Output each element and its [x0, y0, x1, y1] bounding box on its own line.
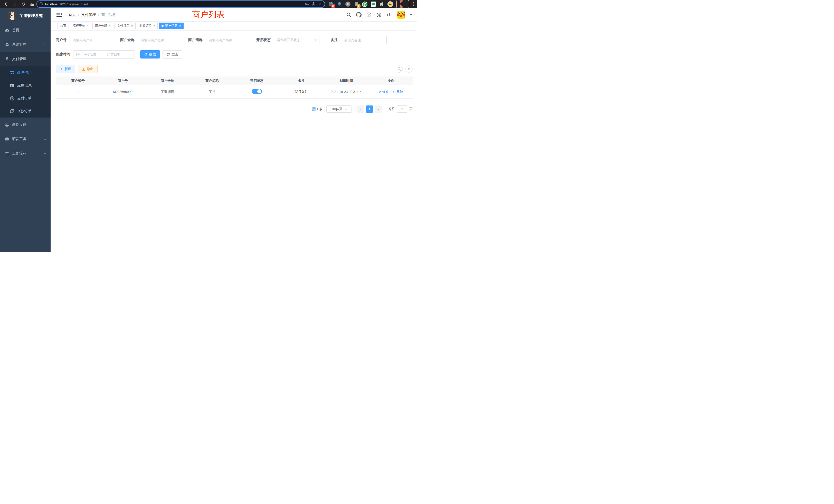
sidebar-item-dev-tools[interactable]: 研发工具	[0, 132, 50, 146]
payment-submenu: 商户信息 应用信息 支付订单 退款订单	[0, 66, 50, 117]
extension-tabs-icon[interactable]: 10	[328, 1, 334, 7]
status-select[interactable]: 请选择开启状态	[274, 36, 320, 44]
sidebar-item-label: 支付订单	[17, 96, 31, 100]
breadcrumb-home[interactable]: 首页	[69, 13, 76, 17]
gear-icon	[4, 43, 9, 47]
profile-emoji-icon[interactable]	[388, 1, 393, 7]
date-end-input[interactable]	[104, 53, 123, 56]
avatar-caret-icon[interactable]	[410, 14, 412, 16]
export-button[interactable]: 导出	[78, 65, 97, 73]
tab-merchant-info[interactable]: 商户信息×	[159, 23, 183, 29]
sidebar-item-payment[interactable]: ¥ 支付管理	[0, 52, 50, 66]
refresh-table-button[interactable]	[405, 65, 413, 73]
fullscreen-icon[interactable]	[376, 12, 381, 18]
sidebar-item-infra[interactable]: 基础设施	[0, 117, 50, 132]
browser-toolbar: ⓘ localhost:1024/pay/merchant ☆ 10 ⌘ 1 y	[0, 0, 417, 8]
close-icon[interactable]: ×	[153, 24, 155, 27]
date-start-input[interactable]	[81, 53, 100, 56]
close-icon[interactable]: ×	[109, 24, 111, 27]
delete-button[interactable]: 删除	[393, 90, 403, 94]
prev-page-button[interactable]: ‹	[357, 106, 364, 113]
browser-reload-button[interactable]	[20, 1, 27, 7]
sidebar-item-pay-order[interactable]: 支付订单	[0, 92, 50, 105]
tab-process-form[interactable]: 流程表单×	[70, 23, 91, 29]
browser-menu-icon[interactable]	[411, 2, 415, 6]
extension-gem-icon[interactable]	[337, 1, 342, 7]
sidebar-item-refund-order[interactable]: 退款订单	[0, 105, 50, 117]
extension-y-icon[interactable]: y	[362, 1, 368, 7]
browser-forward-button[interactable]	[11, 1, 19, 7]
sidebar: 芋道管理系统 首页 系统管理 ¥ 支付管理 商户信息	[0, 8, 50, 252]
tab-refund-order[interactable]: 退款订单×	[137, 23, 158, 29]
sidebar-item-home[interactable]: 首页	[0, 23, 50, 38]
remark-input[interactable]	[344, 38, 383, 42]
extensions-puzzle-icon[interactable]	[379, 1, 385, 7]
merchant-no-input[interactable]	[73, 38, 112, 42]
cell-remark: 我是备注	[279, 90, 324, 94]
sidebar-item-system[interactable]: 系统管理	[0, 38, 50, 52]
store-icon	[9, 71, 15, 75]
cell-merchant-id: 1	[56, 90, 101, 94]
tab-pay-order[interactable]: 支付订单×	[114, 23, 136, 29]
col-header: 商户简称	[190, 78, 235, 83]
app-title: 芋道管理系统	[20, 13, 43, 18]
close-icon[interactable]: ×	[87, 24, 89, 27]
font-size-icon[interactable]: TT	[386, 12, 392, 18]
extension-chat-icon[interactable]	[371, 1, 376, 7]
bookmark-star-icon[interactable]: ☆	[317, 1, 324, 7]
sidebar-item-label: 系统管理	[12, 42, 44, 47]
address-bar[interactable]: ⓘ localhost:1024/pay/merchant ☆	[37, 1, 325, 7]
edit-button[interactable]: 修改	[378, 90, 389, 94]
page-size-select[interactable]: 10条/页	[326, 106, 352, 113]
password-key-icon[interactable]	[304, 1, 310, 7]
next-page-button[interactable]: ›	[375, 106, 381, 113]
breadcrumb-current: 商户信息	[102, 13, 116, 17]
help-icon[interactable]: ?	[366, 12, 372, 18]
status-toggle[interactable]	[251, 89, 262, 94]
goto-page-input[interactable]	[397, 106, 407, 113]
header-search-icon[interactable]	[346, 12, 352, 18]
browser-home-button[interactable]	[28, 1, 36, 7]
create-time-label: 创建时间	[56, 52, 70, 57]
close-icon[interactable]: ×	[179, 24, 181, 27]
short-name-input[interactable]	[209, 38, 248, 42]
date-range-picker[interactable]: -	[73, 50, 135, 59]
chevron-down-icon	[44, 123, 46, 126]
cell-merchant-no: M233666999	[101, 90, 145, 94]
current-page-button[interactable]: 1	[366, 106, 373, 113]
sidebar-item-app-info[interactable]: 应用信息	[0, 79, 50, 92]
page-annotation: 商户列表	[192, 9, 225, 20]
sidebar-item-label: 退款订单	[17, 109, 31, 113]
site-info-icon[interactable]: ⓘ	[40, 2, 43, 6]
reset-button[interactable]: 重置	[162, 50, 182, 59]
sidebar-item-workflow[interactable]: 工作流程	[0, 146, 50, 161]
add-button[interactable]: 新增	[56, 65, 75, 73]
pagination: 共 1 条 10条/页 ‹ 1 › 前往 页	[56, 106, 413, 113]
url-path: :1024/pay/merchant	[58, 2, 88, 6]
tab-home[interactable]: 首页	[58, 23, 69, 29]
merchant-table: 商户编号 商户号 商户全称 商户简称 开启状态 备注 创建时间 操作 1 M23…	[56, 76, 413, 98]
full-name-input[interactable]	[141, 38, 180, 42]
col-header: 开启状态	[235, 78, 279, 83]
user-avatar[interactable]	[397, 11, 405, 19]
extension-command-icon[interactable]: ⌘	[345, 1, 351, 7]
sidebar-collapse-icon[interactable]	[57, 13, 62, 17]
github-icon[interactable]	[356, 12, 361, 18]
app-logo[interactable]: 芋道管理系统	[0, 8, 50, 23]
extension-proxy-icon[interactable]: 1	[354, 1, 359, 7]
sidebar-item-merchant-info[interactable]: 商户信息	[0, 66, 50, 79]
breadcrumb: 首页 / 支付管理 / 商户信息	[69, 13, 116, 17]
col-header: 创建时间	[324, 78, 369, 83]
breadcrumb-payment[interactable]: 支付管理	[81, 13, 96, 17]
share-icon[interactable]	[310, 1, 317, 7]
search-button[interactable]: 搜索	[140, 50, 160, 59]
show-search-toggle-button[interactable]	[396, 65, 403, 73]
date-separator: -	[102, 53, 103, 56]
chevron-down-icon	[44, 138, 46, 140]
close-icon[interactable]: ×	[131, 24, 133, 27]
search-icon	[397, 67, 401, 71]
browser-back-button[interactable]	[2, 1, 10, 7]
pagination-total: 共 1 条	[312, 107, 323, 111]
tab-user-group[interactable]: 用户分组×	[92, 23, 113, 29]
sidebar-item-label: 支付管理	[12, 57, 44, 61]
